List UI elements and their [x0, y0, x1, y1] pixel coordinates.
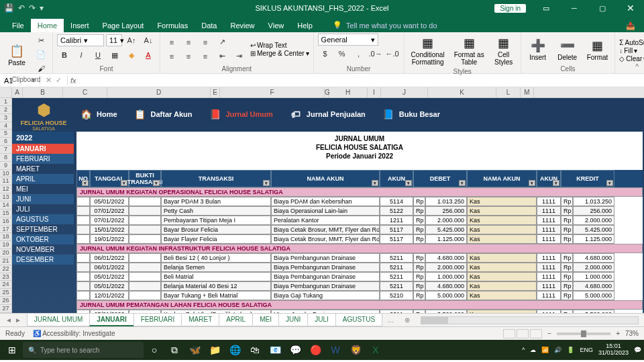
row-header[interactable]: 8	[0, 154, 11, 162]
row-header[interactable]: 4	[0, 122, 11, 130]
row-header[interactable]: 5	[0, 130, 11, 138]
month-november[interactable]: NOVEMBER	[12, 244, 74, 255]
fx-icon[interactable]: fx	[68, 77, 79, 85]
tray-notifications-icon[interactable]: 💬	[634, 347, 641, 353]
row-header[interactable]: 11	[0, 177, 11, 185]
app-excel-icon[interactable]: X	[366, 341, 385, 359]
paste-button[interactable]: 📋 Paste	[4, 42, 30, 68]
row-header[interactable]: 17	[0, 226, 11, 234]
border-icon[interactable]: ▦	[107, 48, 122, 62]
table-header[interactable]: TANGGAL▾	[90, 170, 129, 187]
month-juni[interactable]: JUNI	[12, 194, 74, 204]
cortana-icon[interactable]: ○	[145, 341, 164, 359]
col-header[interactable]: F	[220, 87, 325, 97]
sheet-tab-juni[interactable]: JUNI	[278, 314, 308, 326]
filter-icon[interactable]: ▾	[153, 180, 160, 186]
app-mail-icon[interactable]: 📧	[266, 341, 284, 359]
accessibility-status[interactable]: ♿ Accessibility: Investigate	[33, 330, 115, 337]
sheet-tab-juli[interactable]: JULI	[307, 314, 336, 326]
tab-file[interactable]: File	[5, 19, 31, 32]
align-center-icon[interactable]: ≡	[181, 50, 196, 63]
tab-data[interactable]: Data	[195, 19, 223, 32]
normal-view-icon[interactable]	[503, 329, 515, 338]
nav-jurnal-penjualan[interactable]: 🏷Jurnal Penjualan	[289, 108, 366, 120]
copy-icon[interactable]: 📄	[34, 48, 48, 61]
close-button[interactable]: ✕	[617, 0, 644, 16]
wrap-text-button[interactable]: ↩ Wrap Text	[250, 42, 309, 49]
table-header[interactable]: NAMA AKUN▾	[271, 170, 380, 187]
month-september[interactable]: SEPTEMBER	[12, 224, 74, 234]
zoom-level[interactable]: 73%	[625, 330, 639, 337]
row-header[interactable]: 14	[0, 201, 11, 210]
month-oktober[interactable]: OKTOBER	[12, 234, 74, 244]
table-row[interactable]: 15/01/2022 Bayar Brosur Felicia Biaya Ce…	[76, 225, 643, 234]
table-header[interactable]: KREDIT▾	[561, 170, 614, 187]
fill-color-icon[interactable]: ◆	[124, 48, 139, 62]
tray-expand-icon[interactable]: ^	[522, 347, 525, 353]
row-header[interactable]: 24	[0, 281, 11, 289]
row-header[interactable]: 3	[0, 114, 11, 122]
qat-customize-icon[interactable]: ▾	[40, 3, 44, 13]
nav-jurnal-umum[interactable]: 📕Jurnal Umum	[209, 108, 273, 120]
shrink-font-icon[interactable]: A↓	[141, 34, 156, 47]
filter-icon[interactable]: ▾	[263, 180, 270, 186]
col-header[interactable]: A	[12, 87, 23, 97]
table-row[interactable]: 19/01/2022 Bayar Flayer Felicia Biaya Ce…	[76, 234, 643, 244]
inc-decimal-icon[interactable]: .0→	[368, 47, 383, 60]
tab-more-icon[interactable]: …	[382, 315, 399, 325]
table-header[interactable]: DEBET▾	[413, 170, 467, 187]
col-header[interactable]: I	[368, 87, 381, 97]
row-header[interactable]: 2	[0, 106, 11, 114]
month-februari[interactable]: FEBRUARI	[12, 154, 74, 164]
row-header[interactable]: 13	[0, 193, 11, 201]
tray-language[interactable]: ENG	[580, 347, 593, 353]
task-view-icon[interactable]: ⧉	[165, 341, 184, 359]
filter-icon[interactable]: ▾	[553, 180, 559, 186]
row-header[interactable]: 27	[0, 305, 11, 313]
table-row[interactable]: 06/01/2022 Beli Besi 12 ( 40 Lonjor ) Bi…	[76, 253, 643, 263]
tab-layout[interactable]: Page Layout	[96, 19, 151, 32]
add-sheet-button[interactable]: ⊕	[399, 315, 415, 325]
worksheet[interactable]: ⬢ FELICIA HOUSE SALATIGA 🏠Home 📋Daftar A…	[12, 98, 644, 313]
format-painter-icon[interactable]: 🖌	[34, 62, 48, 75]
tray-cloud-icon[interactable]: ☁	[530, 347, 536, 353]
app-word-icon[interactable]: W	[326, 341, 345, 359]
autosave-icon[interactable]: 💾	[4, 3, 14, 13]
table-row[interactable]: 07/01/2022 Petty Cash Biaya Operasional …	[76, 206, 643, 216]
tab-view[interactable]: View	[262, 19, 291, 32]
row-header[interactable]: 7	[0, 146, 11, 154]
month-agustus[interactable]: AGUSTUS	[12, 214, 74, 224]
sheet-tab-maret[interactable]: MARET	[181, 314, 219, 326]
fill-button[interactable]: ↓ Fill ▾	[619, 47, 644, 54]
app-edge-icon[interactable]: 🌐	[225, 341, 244, 359]
insert-cells-button[interactable]: ➕Insert	[525, 36, 551, 62]
app-scroll-icon[interactable]: 🦋	[185, 341, 204, 359]
undo-icon[interactable]: ↶	[18, 3, 25, 13]
table-header[interactable]: NO▾	[76, 170, 90, 187]
align-mid-icon[interactable]: ≡	[181, 36, 196, 49]
taskbar-search[interactable]: 🔍 Type here to search	[23, 342, 144, 358]
row-header[interactable]: 16	[0, 218, 11, 226]
col-header[interactable]: H	[329, 87, 368, 97]
currency-icon[interactable]: $	[318, 47, 333, 60]
app-whatsapp-icon[interactable]: 💬	[286, 341, 305, 359]
select-all-corner[interactable]	[0, 87, 12, 97]
tray-volume-icon[interactable]: 🔊	[554, 347, 561, 353]
col-header[interactable]: L	[496, 87, 521, 97]
row-header[interactable]: 10	[0, 170, 11, 178]
row-header[interactable]: 26	[0, 297, 11, 305]
col-header[interactable]: D	[107, 87, 211, 97]
maximize-button[interactable]: ▢	[589, 0, 616, 16]
page-break-view-icon[interactable]	[530, 329, 542, 338]
row-header[interactable]: 6	[0, 138, 11, 146]
col-header[interactable]: C	[63, 87, 107, 97]
clear-button[interactable]: ◇ Clear ▾	[619, 55, 644, 62]
horizontal-scrollbar[interactable]	[421, 316, 639, 324]
table-row[interactable]: 07/01/2022 Pembayaran Titipan Meja I Per…	[76, 216, 643, 225]
tab-next-icon[interactable]: ►	[15, 316, 21, 324]
sheet-tab-agustus[interactable]: AGUSTUS	[335, 314, 382, 326]
italic-button[interactable]: I	[74, 48, 89, 62]
nav-buku-besar[interactable]: 📘Buku Besar	[382, 108, 440, 120]
tray-battery-icon[interactable]: 🔋	[567, 347, 574, 353]
filter-icon[interactable]: ▾	[372, 180, 378, 186]
